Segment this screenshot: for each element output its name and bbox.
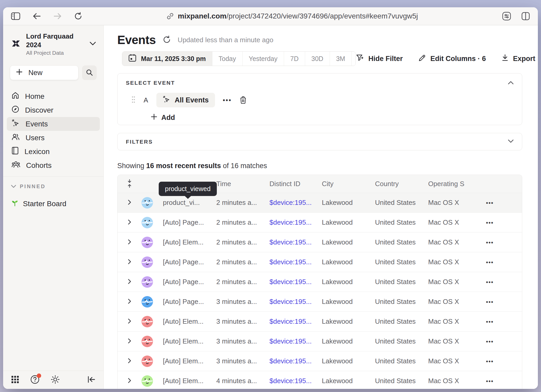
date-range-7d[interactable]: 7D: [284, 52, 305, 66]
date-range-3m[interactable]: 3M: [330, 52, 352, 66]
table-row[interactable]: [Auto] Page...2 minutes a...$device:195.…: [118, 272, 522, 292]
expand-row-button[interactable]: [127, 259, 132, 266]
row-more-button[interactable]: •••: [485, 358, 494, 365]
distinct-id-link[interactable]: $device:195...: [269, 298, 322, 306]
expand-row-button[interactable]: [127, 358, 132, 365]
hide-filter-button[interactable]: Hide Filter: [356, 54, 403, 64]
collapse-sidebar-button[interactable]: [87, 376, 96, 384]
table-row[interactable]: [Auto] Elem...3 minutes a...$device:195.…: [118, 331, 522, 351]
address-bar[interactable]: mixpanel.com/project/3472420/view/397469…: [82, 12, 502, 20]
row-more-button[interactable]: •••: [485, 318, 494, 325]
row-more-button[interactable]: •••: [485, 299, 494, 305]
distinct-id-link[interactable]: $device:195...: [269, 199, 322, 207]
browser-reload-button[interactable]: [74, 12, 82, 20]
date-range-today[interactable]: Today: [212, 52, 243, 66]
add-event-button[interactable]: Add: [151, 114, 175, 122]
pinned-item-starter-board[interactable]: Starter Board: [3, 199, 103, 209]
table-row[interactable]: [Auto] Elem...2 minutes a...$device:195.…: [118, 232, 522, 252]
distinct-id-link[interactable]: $device:195...: [269, 218, 322, 226]
distinct-id-link[interactable]: $device:195...: [269, 317, 322, 326]
row-more-button[interactable]: •••: [485, 239, 494, 246]
event-name: product_vi...: [163, 199, 216, 207]
delete-event-button[interactable]: [239, 96, 247, 105]
apps-grid-button[interactable]: [11, 375, 19, 384]
distinct-id-link[interactable]: $device:195...: [269, 238, 322, 246]
event-avatar-icon: [142, 375, 153, 387]
expand-row-button[interactable]: [127, 298, 132, 305]
expand-row-button[interactable]: [127, 338, 132, 345]
search-button[interactable]: [82, 65, 97, 80]
sidebar-item-home[interactable]: Home: [7, 89, 100, 103]
expand-row-button[interactable]: [127, 239, 132, 246]
pencil-icon: [418, 54, 426, 64]
sidebar-item-cohorts[interactable]: Cohorts: [7, 158, 100, 172]
date-range-6m[interactable]: 6M: [352, 52, 356, 66]
table-row[interactable]: [Auto] Elem...4 minutes a...$device:195.…: [118, 371, 522, 389]
date-range-30d[interactable]: 30D: [305, 52, 330, 66]
row-more-button[interactable]: •••: [485, 279, 494, 286]
table-row[interactable]: [Auto] Page...2 minutes a...$device:195.…: [118, 212, 522, 232]
expand-row-button[interactable]: [127, 377, 132, 384]
column-header-distinct-id[interactable]: Distinct ID: [269, 180, 322, 188]
browser-split-view-button[interactable]: [521, 12, 530, 20]
distinct-id-link[interactable]: $device:195...: [269, 278, 322, 286]
browser-forward-button[interactable]: [53, 13, 62, 20]
event-avatar-icon: [142, 336, 153, 347]
distinct-id-link[interactable]: $device:195...: [269, 377, 322, 385]
distinct-id-link[interactable]: $device:195...: [269, 357, 322, 365]
table-row[interactable]: [Auto] Elem...3 minutes a...$device:195.…: [118, 311, 522, 331]
expand-row-button[interactable]: [127, 199, 132, 206]
sidebar-item-events[interactable]: Events: [7, 117, 100, 131]
refresh-button[interactable]: [163, 35, 171, 45]
help-button[interactable]: [30, 375, 40, 385]
event-name: [Auto] Elem...: [163, 377, 216, 385]
column-header-city[interactable]: City: [322, 180, 375, 188]
expand-row-button[interactable]: [127, 219, 132, 226]
expand-row-button[interactable]: [127, 318, 132, 325]
column-header-os[interactable]: Operating S: [428, 180, 485, 188]
collapse-panel-button[interactable]: [508, 81, 514, 85]
export-button[interactable]: Export: [501, 54, 535, 64]
row-more-button[interactable]: •••: [485, 338, 494, 345]
date-range-custom[interactable]: Mar 11, 2025 3:30 pm: [122, 52, 212, 66]
event-name: [Auto] Page...: [163, 298, 216, 306]
table-row[interactable]: [Auto] Page...2 minutes a...$device:195.…: [118, 252, 522, 272]
table-row[interactable]: [Auto] Page...3 minutes a...$device:195.…: [118, 292, 522, 311]
expand-filters-button[interactable]: [508, 139, 514, 144]
distinct-id-link[interactable]: $device:195...: [269, 258, 322, 266]
browser-page-settings-button[interactable]: [502, 12, 511, 21]
column-header-country[interactable]: Country: [375, 180, 428, 188]
project-switcher[interactable]: Lord Farquaad 2024 All Project Data: [3, 32, 103, 56]
browser-sidebar-toggle-button[interactable]: [11, 12, 20, 20]
browser-back-button[interactable]: [32, 13, 41, 20]
event-selector-button[interactable]: All Events: [156, 93, 215, 107]
row-more-button[interactable]: •••: [485, 200, 494, 206]
event-city: Lakewood: [322, 258, 375, 266]
column-header-time[interactable]: Time: [216, 180, 269, 188]
new-button[interactable]: New: [10, 65, 78, 80]
event-country: United States: [375, 337, 428, 345]
event-city: Lakewood: [322, 337, 375, 345]
event-more-button[interactable]: •••: [223, 96, 232, 104]
expand-row-button[interactable]: [127, 278, 132, 285]
date-range-yesterday[interactable]: Yesterday: [243, 52, 284, 66]
sidebar-item-users[interactable]: Users: [7, 131, 100, 145]
range-label: 3M: [336, 55, 345, 63]
row-more-button[interactable]: •••: [485, 259, 494, 266]
sidebar-item-lexicon[interactable]: Lexicon: [7, 145, 100, 158]
chevron-right-icon: [127, 298, 132, 305]
sidebar-item-discover[interactable]: Discover: [7, 103, 100, 117]
settings-button[interactable]: [51, 375, 60, 385]
edit-columns-button[interactable]: Edit Columns · 6: [418, 54, 486, 64]
drag-handle-icon[interactable]: [132, 96, 135, 104]
sidebar-item-label: Home: [25, 92, 45, 101]
row-more-button[interactable]: •••: [485, 219, 494, 226]
sidebar-item-label: Events: [26, 120, 48, 128]
distinct-id-link[interactable]: $device:195...: [269, 337, 322, 345]
collapse-all-rows-button[interactable]: [127, 179, 132, 189]
table-row[interactable]: [Auto] Elem...3 minutes a...$device:195.…: [118, 351, 522, 371]
row-more-button[interactable]: •••: [485, 378, 494, 385]
pinned-section-toggle[interactable]: PINNED: [3, 183, 103, 189]
event-country: United States: [375, 238, 428, 246]
browser-toolbar: mixpanel.com/project/3472420/view/397469…: [3, 7, 538, 25]
